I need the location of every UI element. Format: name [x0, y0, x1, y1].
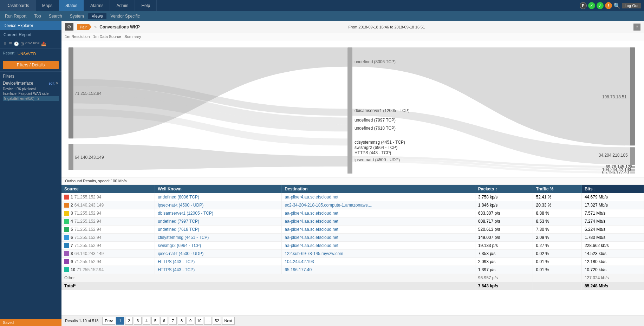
next-button[interactable]: Next: [222, 317, 235, 325]
well-known-link[interactable]: ctisystemmsg (4451 - TCP): [158, 235, 209, 240]
table-row: 3 71.255.152.94 dbisamserver1 (12005 - T…: [61, 209, 644, 217]
page-button-9[interactable]: 9: [187, 317, 194, 325]
destination-link[interactable]: ec2-34-204-218-185.compute-1.amazonaws..…: [285, 203, 372, 208]
nav-admin[interactable]: Admin: [110, 0, 135, 11]
well-known-link[interactable]: ipsec-nat-t (4500 - UDP): [158, 203, 203, 208]
col-well-known: Well Known: [155, 185, 282, 193]
page-button-52[interactable]: 52: [213, 317, 221, 325]
sec-nav-top[interactable]: Top: [31, 13, 44, 19]
cell-bits: 10.720 kb/s: [581, 266, 644, 274]
cell-traffic: 52.41 %: [533, 193, 581, 201]
well-known-link[interactable]: undefined (8006 TCP): [158, 195, 199, 200]
cell-bits: 228.662 kb/s: [581, 242, 644, 250]
help-button[interactable]: ?: [633, 24, 640, 31]
row-number: 9: [71, 259, 73, 264]
well-known-link[interactable]: HTTPS (443 - TCP): [158, 259, 195, 264]
destination-link[interactable]: aa-plixer4.aa.sc.efscloud.net: [285, 235, 338, 240]
gear-button[interactable]: ⚙: [65, 23, 73, 31]
icon-list[interactable]: ☰: [8, 41, 12, 46]
col-packets[interactable]: Packets ↕: [475, 185, 533, 193]
sec-nav-search[interactable]: Search: [45, 13, 66, 19]
nav-maps[interactable]: Maps: [36, 0, 59, 11]
sec-nav-views[interactable]: Views: [88, 13, 106, 19]
cell-bits: 14.523 kb/s: [581, 250, 644, 258]
page-button-6[interactable]: 6: [160, 317, 168, 325]
icon-grid[interactable]: ⊞: [20, 41, 24, 46]
filter-close-btn[interactable]: ✕: [56, 81, 59, 85]
sec-nav-system[interactable]: System: [66, 13, 87, 19]
status-icon-p: P: [580, 2, 587, 9]
well-known-link[interactable]: dbisamserver1 (12005 - TCP): [158, 211, 213, 216]
well-known-link[interactable]: undefined (7997 TCP): [158, 219, 199, 224]
svg-text:undefined (7618 TCP): undefined (7618 TCP): [354, 126, 396, 131]
cell-packets: 633.307 p/s: [475, 209, 533, 217]
page-button-7[interactable]: 7: [169, 317, 177, 325]
svg-text:ctisystemmsg (4451 - TCP): ctisystemmsg (4451 - TCP): [354, 140, 405, 145]
icon-csv[interactable]: CSV: [25, 41, 32, 46]
breadcrumb-pair[interactable]: Pair: [77, 24, 92, 30]
row-color-indicator: [64, 243, 69, 248]
cell-well-known: ctisystemmsg (4451 - TCP): [155, 234, 282, 242]
col-destination: Destination: [282, 185, 475, 193]
sec-nav-run-report[interactable]: Run Report: [1, 13, 30, 19]
well-known-link[interactable]: HTTPS (443 - TCP): [158, 267, 195, 272]
page-button-10[interactable]: 10: [195, 317, 203, 325]
cell-bits: 12.180 kb/s: [581, 258, 644, 266]
cell-source: 1 71.255.152.94: [61, 193, 155, 201]
cell-bits: 44.679 Mb/s: [581, 193, 644, 201]
prev-button[interactable]: Prev: [102, 317, 115, 325]
page-button-5[interactable]: 5: [151, 317, 159, 325]
nav-status[interactable]: Status: [59, 0, 84, 11]
icon-pdf[interactable]: PDF: [33, 41, 40, 46]
cell-source: 9 71.255.152.94: [61, 258, 155, 266]
sec-nav-vendor-specific[interactable]: Vendor Specific: [107, 13, 143, 19]
well-known-link[interactable]: swismgr2 (6964 - TCP): [158, 243, 201, 248]
logout-button[interactable]: Log Out: [622, 3, 641, 8]
other-bits: 127.024 kb/s: [581, 274, 644, 282]
source-ip: 64.140.243.149: [74, 251, 104, 256]
col-bits[interactable]: Bits ↓: [581, 185, 644, 193]
page-button-4[interactable]: 4: [143, 317, 150, 325]
results-table: Source Well Known Destination Packets ↕ …: [61, 185, 644, 290]
nav-help[interactable]: Help: [135, 0, 157, 11]
well-known-link[interactable]: ipsec-nat-t (4500 - UDP): [158, 251, 203, 256]
filters-section: Filters Device/Interface edit ✕ Device: …: [0, 71, 61, 104]
icon-monitor[interactable]: 🖥: [3, 41, 7, 46]
page-button-3[interactable]: 3: [134, 317, 142, 325]
results-table-wrap[interactable]: Source Well Known Destination Packets ↕ …: [61, 185, 644, 315]
page-button-8[interactable]: 8: [178, 317, 186, 325]
cell-well-known: swismgr2 (6964 - TCP): [155, 242, 282, 250]
destination-link[interactable]: 122.sub-69-78-145.myvzw.com: [285, 251, 343, 256]
row-number: 3: [71, 211, 73, 216]
nav-dashboards[interactable]: Dashboards: [0, 0, 36, 11]
destination-link[interactable]: aa-plixer4.aa.sc.efscloud.net: [285, 211, 338, 216]
page-button-1[interactable]: 1: [116, 317, 124, 325]
destination-link[interactable]: 65.196.177.40: [285, 267, 312, 272]
other-row: Other 96.957 p/s 127.024 kb/s: [61, 274, 644, 282]
destination-link[interactable]: aa-plixer4.aa.sc.efscloud.net: [285, 243, 338, 248]
destination-link[interactable]: 104.244.42.193: [285, 259, 314, 264]
search-button[interactable]: 🔍: [613, 2, 620, 9]
svg-text:HTTPS (443 - TCP): HTTPS (443 - TCP): [354, 150, 391, 155]
report-label: Report:: [3, 51, 15, 55]
cell-destination: aa-plixer4.aa.sc.efscloud.net: [282, 209, 475, 217]
icon-export[interactable]: 📤: [41, 41, 46, 46]
cell-traffic: 0.27 %: [533, 242, 581, 250]
sidebar-item-device-explorer[interactable]: Device Explorer: [0, 21, 61, 30]
other-traffic: [533, 274, 581, 282]
icon-clock[interactable]: 🕐: [14, 41, 19, 46]
row-color-indicator: [64, 219, 69, 224]
cell-traffic: 0.02 %: [533, 250, 581, 258]
filters-details-button[interactable]: Filters / Details: [3, 61, 59, 69]
page-button-ellipsis[interactable]: ...: [204, 317, 212, 325]
page-button-2[interactable]: 2: [125, 317, 133, 325]
cell-packets: 520.613 p/s: [475, 226, 533, 234]
filter-edit-link[interactable]: edit: [49, 82, 54, 85]
nav-alarms[interactable]: Alarms: [84, 0, 110, 11]
sidebar-item-current-report[interactable]: Current Report: [0, 30, 61, 39]
destination-link[interactable]: aa-plixer4.aa.sc.efscloud.net: [285, 227, 338, 232]
saved-status: Saved: [0, 319, 61, 326]
well-known-link[interactable]: undefined (7618 TCP): [158, 227, 199, 232]
destination-link[interactable]: aa-plixer4.aa.sc.efscloud.net: [285, 195, 338, 200]
destination-link[interactable]: aa-plixer4.aa.sc.efscloud.net: [285, 219, 338, 224]
